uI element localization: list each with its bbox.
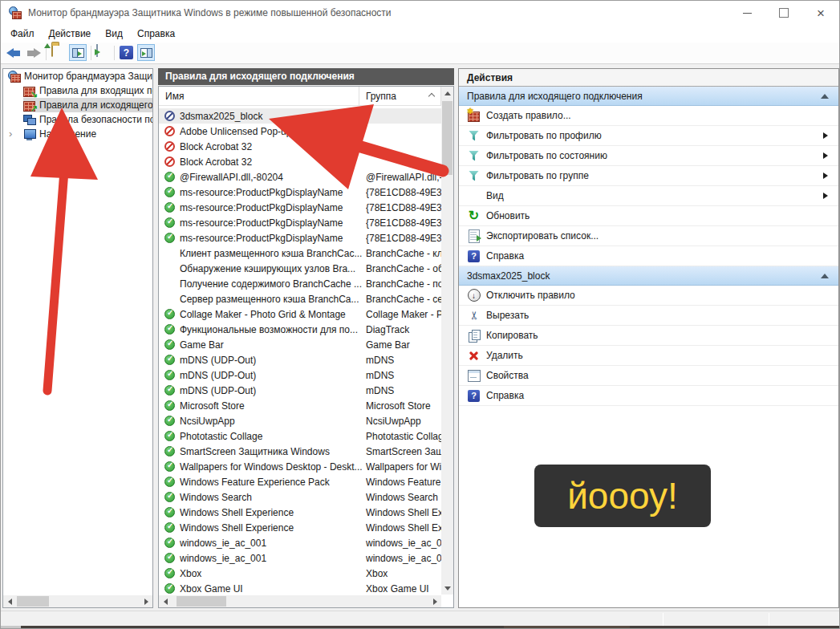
table-row[interactable]: Phototastic Collage Phototastic Collag xyxy=(159,428,441,444)
scroll-right-button[interactable] xyxy=(428,595,441,607)
menu-item[interactable]: Действие xyxy=(42,25,99,43)
table-row[interactable]: Game Bar Game Bar xyxy=(159,337,441,352)
action-label: Фильтровать по состоянию xyxy=(486,150,607,161)
column-header-name[interactable]: Имя xyxy=(159,87,359,105)
action-item[interactable]: Справка xyxy=(459,246,838,266)
table-row[interactable]: windows_ie_ac_001 windows_ie_ac_00 xyxy=(159,535,441,550)
table-row[interactable]: @FirewallAPI.dll,-80204 @FirewallAPI.dll… xyxy=(159,169,441,185)
close-button[interactable] xyxy=(802,1,839,25)
show-action-pane-button[interactable] xyxy=(137,44,155,61)
action-item[interactable]: Фильтровать по состоянию xyxy=(459,146,838,166)
rule-state-icon xyxy=(164,400,175,411)
rule-group-cell: BranchCache - об xyxy=(366,263,441,274)
table-row[interactable]: Windows Shell Experience Windows Shell E… xyxy=(159,505,441,520)
scrollbar-thumb[interactable] xyxy=(442,101,452,175)
help-button[interactable]: ? xyxy=(120,46,133,59)
action-item[interactable]: Справка xyxy=(459,386,838,406)
action-item[interactable]: Экспортировать список... xyxy=(459,226,838,246)
rule-group-cell: mDNS xyxy=(366,385,441,396)
action-item[interactable]: Отключить правило xyxy=(459,286,838,306)
tree-item[interactable]: › Наблюдение xyxy=(3,127,152,141)
action-item[interactable]: Фильтровать по профилю xyxy=(459,126,838,146)
table-row[interactable]: Обнаружение кэширующих узлов Bra... Bran… xyxy=(159,261,441,276)
tree-root-item[interactable]: Монитор брандмауэра Защит xyxy=(3,69,152,83)
action-item[interactable]: Свойства xyxy=(459,366,838,386)
scrollbar-thumb[interactable] xyxy=(17,596,49,607)
table-row[interactable]: Wallpapers for Windows Desktop - Deskt..… xyxy=(159,459,441,474)
table-row[interactable]: windows_ie_ac_001 windows_ie_ac_00 xyxy=(159,550,441,566)
action-label: Копировать xyxy=(486,330,538,341)
rule-state-icon xyxy=(164,187,175,197)
column-header-group[interactable]: Группа xyxy=(359,87,441,105)
table-row[interactable]: Adobe Unlicensed Pop-up xyxy=(159,124,441,139)
action-item[interactable]: Создать правило... xyxy=(459,106,838,126)
rule-state-icon xyxy=(164,202,175,213)
export-list-button[interactable] xyxy=(96,45,98,56)
scroll-left-button[interactable] xyxy=(159,595,172,607)
table-row[interactable]: ms-resource:ProductPkgDisplayName {78E1C… xyxy=(159,215,441,230)
action-item[interactable]: Фильтровать по группе xyxy=(459,166,838,186)
scroll-left-button[interactable] xyxy=(3,595,16,607)
scrollbar-thumb[interactable] xyxy=(177,596,226,607)
action-item[interactable]: Удалить xyxy=(459,346,838,366)
table-row[interactable]: Xbox Game UI Xbox Game UI xyxy=(159,581,441,596)
action-icon xyxy=(467,309,481,323)
table-row[interactable]: Windows Feature Experience Pack Windows … xyxy=(159,474,441,489)
table-row[interactable]: Windows Search Windows Search xyxy=(159,489,441,505)
list-vertical-scrollbar[interactable] xyxy=(441,87,453,595)
console-tree-icon xyxy=(72,48,84,58)
table-row[interactable]: Windows Shell Experience Windows Shell E… xyxy=(159,520,441,535)
tree-item-icon xyxy=(23,99,36,112)
table-row[interactable]: Microsoft Store Microsoft Store xyxy=(159,398,441,413)
action-item[interactable]: Вид xyxy=(459,186,838,206)
rule-name-cell: Windows Shell Experience xyxy=(180,522,366,534)
tree-item[interactable]: Правила для входящих по xyxy=(3,83,152,98)
rule-section-header[interactable]: 3dsmax2025_block xyxy=(459,266,838,286)
scroll-up-button[interactable] xyxy=(441,87,453,99)
scroll-down-button[interactable] xyxy=(441,582,453,595)
show-console-tree-button[interactable] xyxy=(69,44,87,61)
tree-item[interactable]: Правила безопасности по xyxy=(3,112,152,127)
table-row[interactable]: mDNS (UDP-Out) mDNS xyxy=(159,352,441,367)
collapse-icon[interactable] xyxy=(821,94,829,99)
maximize-button[interactable] xyxy=(765,1,802,25)
expander-icon[interactable]: › xyxy=(9,127,18,141)
table-row[interactable]: Функциональные возможности для по... Dia… xyxy=(159,322,441,337)
collapse-icon[interactable] xyxy=(821,274,829,278)
menu-item[interactable]: Справка xyxy=(130,25,182,43)
table-row[interactable]: Сервер размещенного кэша BranchCa... Bra… xyxy=(159,291,441,306)
table-row[interactable]: Получение содержимого BranchCache ... Br… xyxy=(159,276,441,291)
scroll-right-button[interactable] xyxy=(140,595,152,607)
table-row[interactable]: SmartScreen Защитника Windows SmartScree… xyxy=(159,444,441,459)
up-one-level-button[interactable] xyxy=(51,45,53,56)
menu-item[interactable]: Файл xyxy=(3,25,42,43)
minimize-button[interactable] xyxy=(728,1,765,25)
table-row[interactable]: NcsiUwpApp NcsiUwpApp xyxy=(159,413,441,428)
tree-horizontal-scrollbar[interactable] xyxy=(3,595,152,607)
action-icon xyxy=(467,289,481,302)
table-row[interactable]: Xbox Xbox xyxy=(159,566,441,581)
list-horizontal-scrollbar[interactable] xyxy=(159,595,441,607)
table-row[interactable]: ms-resource:ProductPkgDisplayName {78E1C… xyxy=(159,230,441,246)
table-row[interactable]: mDNS (UDP-Out) mDNS xyxy=(159,367,441,383)
rule-state-icon xyxy=(164,309,175,319)
back-button[interactable] xyxy=(6,48,20,58)
table-row[interactable]: ms-resource:ProductPkgDisplayName {78E1C… xyxy=(159,185,441,200)
table-row[interactable]: 3dsmax2025_block xyxy=(159,108,441,124)
actions-panel: Действия Правила для исходящего подключе… xyxy=(458,68,839,608)
table-row[interactable]: Collage Maker - Photo Grid & Montage Col… xyxy=(159,306,441,322)
table-row[interactable]: mDNS (UDP-Out) mDNS xyxy=(159,383,441,398)
action-item[interactable]: Вырезать xyxy=(459,306,838,326)
table-row[interactable]: ms-resource:ProductPkgDisplayName {78E1C… xyxy=(159,200,441,215)
table-row[interactable]: Block Acrobat 32 xyxy=(159,154,441,169)
table-row[interactable]: Клиент размещенного кэша BranchCac... Br… xyxy=(159,246,441,261)
action-item[interactable]: Копировать xyxy=(459,326,838,346)
tree-item[interactable]: Правила для исходящего п xyxy=(3,98,152,112)
action-item[interactable]: Обновить xyxy=(459,206,838,226)
actions-section-header[interactable]: Правила для исходящего подключения xyxy=(459,87,838,106)
rule-name-cell: mDNS (UDP-Out) xyxy=(180,370,366,381)
table-row[interactable]: Block Acrobat 32 xyxy=(159,139,441,154)
menu-item[interactable]: Вид xyxy=(98,25,130,43)
forward-button[interactable] xyxy=(27,48,41,58)
action-icon xyxy=(467,229,481,243)
